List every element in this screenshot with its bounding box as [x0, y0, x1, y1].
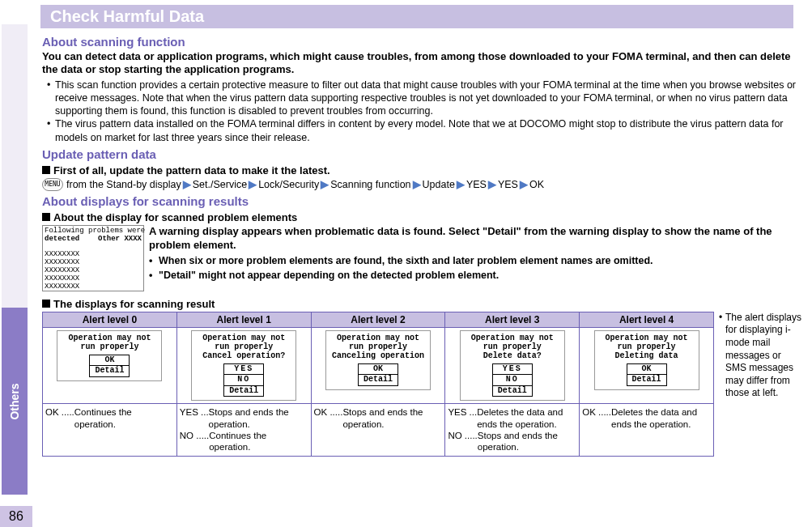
desc-row: YES ... Stops and ends the operation. — [180, 406, 308, 430]
desc-key: YES ... — [448, 406, 477, 430]
subhead-displays-result: The displays for scanning result — [42, 298, 803, 310]
chevron-right-icon: ▶ — [321, 178, 329, 190]
bullet-list: •This scan function provides a certain p… — [47, 79, 803, 144]
phone-box: Operation may not run properly Deleting … — [594, 330, 699, 390]
phone-btn-yes: YES — [223, 363, 264, 376]
phone-text: Operation may not run properly — [59, 334, 159, 351]
alert-desc-cell: YES ... Stops and ends the operation. NO… — [176, 404, 311, 457]
phone-box: Operation may not run properly OK Detail — [57, 330, 162, 381]
scan-block: Following problems were detectedOther XX… — [42, 225, 803, 291]
desc-row: NO ..... Continues the operation. — [180, 430, 308, 453]
desc-val: Stops and ends the operation. — [478, 430, 576, 453]
bullet-text: The virus pattern data installed on the … — [55, 117, 803, 144]
phone-buttons: YES NO Detail — [462, 363, 563, 397]
side-note-text: The alert displays for displaying i-mode… — [725, 312, 803, 400]
phone-text: Operation may not run properly Deleting … — [597, 334, 697, 360]
phone-box: Operation may not run properly Canceling… — [325, 330, 431, 390]
nav-segment: Update — [423, 179, 455, 190]
phone-btn-detail: Detail — [627, 374, 667, 386]
phone-btn-detail: Detail — [492, 385, 533, 397]
desc-key: OK ..... — [45, 406, 74, 430]
alert-table-wrap: Alert level 0 Alert level 1 Alert level … — [42, 312, 803, 457]
desc-row: OK ..... Deletes the data and ends the o… — [582, 406, 711, 430]
desc-row: YES ... Deletes the data and ends the op… — [448, 406, 576, 430]
mini-line: XXXXXXXX — [45, 250, 79, 258]
phone-buttons: OK Detail — [328, 363, 428, 386]
square-bullet-icon — [42, 300, 50, 308]
square-bullet-icon — [42, 166, 50, 174]
subhead-text: About the display for scanned problem el… — [53, 211, 297, 223]
desc-key: NO ..... — [180, 430, 209, 453]
phone-text: Operation may not run properly Delete da… — [462, 334, 563, 360]
mini-line: XXXXXXXX — [45, 274, 79, 283]
desc-val: Stops and ends the operation. — [342, 406, 442, 430]
nav-segment: Set./Service — [193, 179, 247, 190]
chevron-right-icon: ▶ — [488, 178, 496, 190]
phone-btn-detail: Detail — [89, 365, 130, 377]
phone-btn-no: NO — [492, 374, 533, 386]
page-number: 86 — [0, 506, 32, 527]
page: Others 86 Check Harmful Data About scann… — [0, 0, 812, 527]
phone-box: Operation may not run properly Delete da… — [460, 330, 565, 402]
nav-segment: Scanning function — [330, 179, 410, 190]
bullet-dot: • — [719, 312, 725, 400]
chevron-right-icon: ▶ — [413, 178, 421, 190]
phone-btn-detail: Detail — [358, 374, 398, 386]
chevron-right-icon: ▶ — [183, 178, 191, 190]
content: About scanning function You can detect d… — [42, 35, 803, 457]
heading-update-pattern: Update pattern data — [42, 147, 803, 161]
side-tab: Others — [2, 308, 28, 495]
desc-row: OK ..... Continues the operation. — [45, 406, 174, 430]
bullet-item: •The virus pattern data installed on the… — [47, 117, 803, 144]
mini-line: Following problems were — [45, 227, 145, 235]
alert-header: Alert level 3 — [445, 312, 580, 327]
alert-phone-cell: Operation may not run properly Canceling… — [311, 327, 445, 404]
chevron-right-icon: ▶ — [520, 178, 528, 190]
nav-path: MENU from the Stand-by display ▶ Set./Se… — [42, 178, 803, 191]
heading-scanning-results: About displays for scanning results — [42, 194, 803, 208]
subhead-text: The displays for scanning result — [53, 298, 215, 310]
scan-bullet-text: "Detail" might not appear depending on t… — [159, 269, 499, 282]
nav-segment: Lock/Security — [258, 179, 319, 190]
alert-desc-cell: OK ..... Stops and ends the operation. — [311, 404, 445, 457]
alert-header: Alert level 1 — [176, 312, 311, 327]
desc-val: Continues the operation. — [209, 430, 308, 453]
chevron-right-icon: ▶ — [249, 178, 257, 190]
phone-box: Operation may not run properly Cancel op… — [191, 330, 296, 402]
bullet-dot: • — [47, 117, 55, 144]
mini-line: detectedOther XXXX — [45, 236, 142, 244]
subhead-text: First of all, update the pattern data to… — [53, 164, 330, 176]
alert-header: Alert level 4 — [580, 312, 714, 327]
nav-segment: OK — [529, 179, 544, 190]
mini-line: XXXXXXXX — [45, 258, 79, 266]
side-tab-spacer — [2, 24, 28, 323]
bullet-dot: • — [149, 269, 159, 282]
phone-btn-no: NO — [223, 374, 264, 386]
mini-line: XXXXXXXX — [45, 283, 79, 291]
mini-screen: Following problems were detectedOther XX… — [42, 225, 144, 291]
scan-warn-text: A warning display appears when problemat… — [149, 225, 803, 253]
alert-desc-cell: YES ... Deletes the data and ends the op… — [445, 404, 580, 457]
nav-segment: from the Stand-by display — [66, 179, 181, 190]
phone-buttons: OK Detail — [597, 363, 697, 386]
phone-btn-ok: OK — [89, 355, 130, 367]
desc-row: OK ..... Stops and ends the operation. — [314, 406, 443, 430]
phone-btn-ok: OK — [627, 363, 667, 376]
desc-row: NO ..... Stops and ends the operation. — [448, 430, 576, 453]
alert-phone-cell: Operation may not run properly Cancel op… — [176, 327, 311, 404]
mini-line: XXXXXXXX — [45, 266, 79, 274]
menu-icon: MENU — [42, 178, 63, 191]
desc-key: NO ..... — [448, 430, 477, 453]
desc-key: YES ... — [180, 406, 209, 430]
alert-desc-cell: OK ..... Continues the operation. — [43, 404, 177, 457]
bullet-item: •This scan function provides a certain p… — [47, 79, 803, 118]
alert-header: Alert level 0 — [43, 312, 177, 327]
nav-segment: YES — [466, 179, 487, 190]
alert-phone-cell: Operation may not run properly Deleting … — [580, 327, 714, 404]
phone-btn-yes: YES — [492, 363, 533, 376]
scan-text: A warning display appears when problemat… — [149, 225, 803, 291]
side-tab-label: Others — [8, 383, 21, 419]
nav-segment: YES — [498, 179, 518, 190]
phone-btn-detail: Detail — [223, 385, 264, 397]
desc-key: OK ..... — [582, 406, 611, 430]
